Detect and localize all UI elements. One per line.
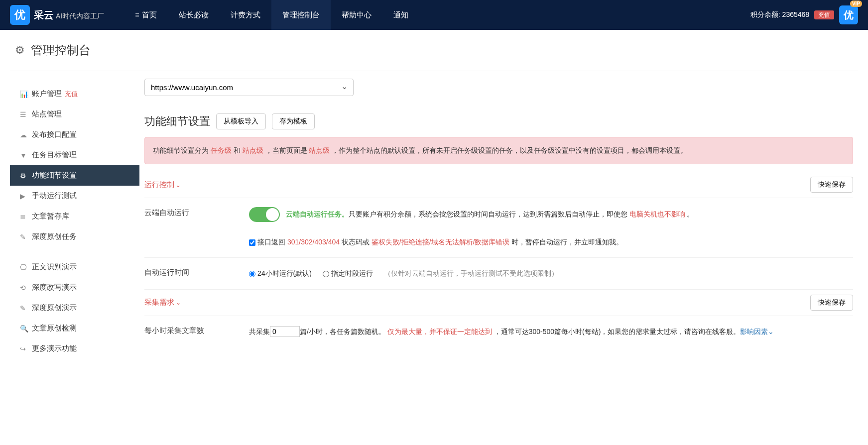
topnav-首页[interactable]: ≡首页 — [124, 0, 168, 30]
sidebar-icon: ↪ — [20, 345, 32, 353]
section-title: 功能细节设置 从模板导入 存为模板 — [144, 113, 853, 129]
time-period-radio[interactable]: 指定时段运行 — [323, 269, 373, 277]
save-template-button[interactable]: 存为模板 — [272, 113, 315, 129]
brand-name: 采云 — [34, 9, 54, 20]
user-avatar[interactable]: 优 VIP — [839, 5, 858, 24]
label-cloud-auto: 云端自动运行 — [144, 207, 249, 248]
vip-badge: VIP — [850, 0, 862, 7]
sidebar-item-账户管理[interactable]: 📊账户管理充值 — [10, 84, 139, 104]
topnav: ≡首页站长必读计费方式管理控制台帮助中心通知 — [124, 0, 419, 30]
sidebar-item-正文识别演示[interactable]: 🖵正文识别演示 — [10, 257, 139, 277]
sidebar-item-文章原创检测[interactable]: 🔍文章原创检测 — [10, 318, 139, 338]
gear-icon: ⚙ — [15, 44, 25, 57]
sidebar-icon: ⟲ — [20, 284, 32, 292]
topnav-管理控制台[interactable]: 管理控制台 — [271, 0, 331, 30]
sidebar-icon: ✎ — [20, 233, 32, 241]
sidebar-item-深度原创演示[interactable]: ✎深度原创演示 — [10, 298, 139, 318]
sidebar-item-任务目标管理[interactable]: ▼任务目标管理 — [10, 145, 139, 165]
group-run-control: 运行控制 快速保存 — [144, 172, 853, 198]
sidebar-item-文章暂存库[interactable]: ≣文章暂存库 — [10, 206, 139, 226]
pause-on-error-checkbox[interactable]: 接口返回 301/302/403/404 状态码或 鉴权失败/拒绝连接/域名无法… — [249, 238, 623, 246]
sidebar-icon: ▼ — [20, 151, 32, 159]
group-collect: 采集需求 快速保存 — [144, 290, 853, 316]
sidebar-icon: ≣ — [20, 213, 32, 221]
site-select[interactable]: https://www.ucaiyun.com — [144, 79, 354, 96]
sidebar: 📊账户管理充值☰站点管理☁发布接口配置▼任务目标管理⚙功能细节设置▶手动运行测试… — [10, 79, 139, 364]
row-auto-time: 自动运行时间 24小时运行(默认) 指定时段运行 （仅针对云端自动运行，手动运行… — [144, 258, 853, 290]
sidebar-icon: ⚙ — [20, 172, 32, 180]
group-toggle-collect[interactable]: 采集需求 — [144, 298, 181, 307]
main: https://www.ucaiyun.com 功能细节设置 从模板导入 存为模… — [139, 79, 858, 364]
time-24h-radio[interactable]: 24小时运行(默认) — [249, 269, 312, 277]
recharge-button[interactable]: 充值 — [814, 10, 834, 19]
topnav-帮助中心[interactable]: 帮助中心 — [331, 0, 382, 30]
sidebar-icon: 📊 — [20, 90, 32, 98]
row-hourly-collect: 每小时采集文章数 共采集篇/小时，各任务篇数随机。 仅为最大量，并不保证一定能达… — [144, 316, 853, 347]
topnav-站长必读[interactable]: 站长必读 — [168, 0, 220, 30]
row-cloud-auto: 云端自动运行 云端自动运行任务。只要账户有积分余额，系统会按您设置的时间自动运行… — [144, 198, 853, 258]
sidebar-icon: ▶ — [20, 192, 32, 200]
sidebar-item-功能细节设置[interactable]: ⚙功能细节设置 — [10, 165, 139, 186]
sidebar-item-更多演示功能[interactable]: ↪更多演示功能 — [10, 338, 139, 359]
sidebar-item-站点管理[interactable]: ☰站点管理 — [10, 104, 139, 124]
page-title: 管理控制台 — [31, 42, 91, 58]
import-template-button[interactable]: 从模板导入 — [216, 113, 266, 129]
page-header: ⚙ 管理控制台 — [10, 30, 858, 71]
hourly-count-input[interactable] — [270, 326, 300, 337]
logo[interactable]: 优 采云 AI时代内容工厂 — [10, 5, 104, 25]
label-auto-time: 自动运行时间 — [144, 267, 249, 280]
info-alert: 功能细节设置分为 任务级 和 站点级 ，当前页面是 站点级 ，作为整个站点的默认… — [144, 137, 853, 164]
sidebar-item-手动运行测试[interactable]: ▶手动运行测试 — [10, 186, 139, 206]
topnav-通知[interactable]: 通知 — [382, 0, 419, 30]
sidebar-icon: ☰ — [20, 111, 32, 118]
topnav-计费方式[interactable]: 计费方式 — [220, 0, 271, 30]
factors-link[interactable]: 影响因素⌄ — [740, 328, 774, 335]
sidebar-item-发布接口配置[interactable]: ☁发布接口配置 — [10, 124, 139, 145]
quick-save-button[interactable]: 快速保存 — [810, 177, 853, 193]
quick-save-button-2[interactable]: 快速保存 — [810, 295, 853, 311]
logo-icon: 优 — [10, 5, 30, 25]
sidebar-icon: 🖵 — [20, 263, 32, 271]
group-toggle-run[interactable]: 运行控制 — [144, 180, 181, 190]
points-balance: 积分余额: 2365468 充值 — [750, 10, 834, 19]
sidebar-item-深度原创任务[interactable]: ✎深度原创任务 — [10, 226, 139, 247]
topbar: 优 采云 AI时代内容工厂 ≡首页站长必读计费方式管理控制台帮助中心通知 积分余… — [0, 0, 868, 30]
label-hourly-collect: 每小时采集文章数 — [144, 325, 249, 338]
sidebar-item-深度改写演示[interactable]: ⟲深度改写演示 — [10, 277, 139, 298]
sidebar-icon: ✎ — [20, 304, 32, 312]
sidebar-icon: 🔍 — [20, 325, 32, 333]
cloud-auto-toggle[interactable] — [249, 207, 280, 222]
brand-tagline: AI时代内容工厂 — [56, 12, 104, 20]
sidebar-icon: ☁ — [20, 131, 32, 139]
